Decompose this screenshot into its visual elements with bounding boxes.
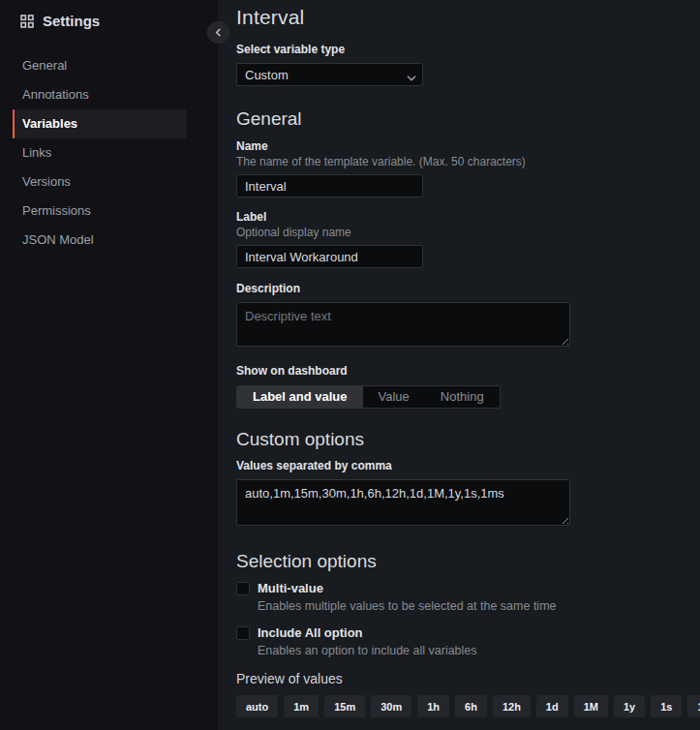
grid-icon [20, 15, 34, 28]
preview-chip[interactable]: 12h [493, 695, 531, 717]
preview-chip[interactable]: 1h [417, 695, 449, 717]
custom-options-section-title: Custom options [236, 429, 700, 450]
sidebar-item-general[interactable]: General [13, 51, 187, 80]
preview-chip[interactable]: 30m [371, 695, 411, 717]
chevron-left-icon [214, 28, 223, 37]
description-label: Description [236, 282, 700, 295]
settings-nav: General Annotations Variables Links Vers… [13, 51, 187, 255]
multi-value-checkbox[interactable] [236, 582, 250, 595]
multi-value-group: Multi-value Enables multiple values to b… [236, 581, 700, 613]
label-field-group: Label Optional display name [236, 210, 700, 268]
include-all-description: Enables an option to include all variabl… [258, 644, 700, 657]
name-input[interactable] [236, 174, 423, 198]
sidebar-item-links[interactable]: Links [13, 138, 187, 167]
sidebar-item-permissions[interactable]: Permissions [13, 197, 187, 226]
label-label: Label [236, 210, 700, 224]
selection-options-section-title: Selection options [236, 551, 700, 572]
multi-value-label[interactable]: Multi-value [258, 581, 323, 595]
preview-label: Preview of values [236, 671, 700, 686]
name-description: The name of the template variable. (Max.… [236, 155, 700, 168]
custom-values-group: Values separated by comma auto,1m,15m,30… [236, 459, 700, 526]
variable-type-group: Select variable type Custom [236, 43, 700, 86]
preview-chip[interactable]: 1d [536, 695, 568, 717]
sidebar-header: Settings [0, 0, 218, 29]
preview-chip[interactable]: auto [236, 695, 278, 717]
preview-chip[interactable]: 1ms [687, 695, 700, 717]
general-section-title: General [236, 108, 700, 130]
show-on-dashboard-radio-group: Label and value Value Nothing [236, 385, 501, 409]
radio-nothing[interactable]: Nothing [425, 386, 500, 408]
variable-editor-main: Interval Select variable type Custom Gen… [218, 0, 700, 730]
label-description: Optional display name [236, 226, 700, 239]
radio-label-and-value[interactable]: Label and value [237, 386, 363, 408]
description-textarea[interactable] [236, 302, 570, 347]
description-field-group: Description [236, 282, 700, 347]
sidebar-item-versions[interactable]: Versions [13, 167, 187, 197]
sidebar-item-variables[interactable]: Variables [13, 109, 187, 138]
preview-chip[interactable]: 15m [324, 695, 365, 717]
label-input[interactable] [236, 245, 423, 268]
sidebar-title: Settings [43, 13, 100, 29]
preview-chip[interactable]: 1y [614, 695, 645, 717]
preview-chip[interactable]: 1s [651, 695, 682, 717]
collapse-sidebar-button[interactable] [207, 21, 229, 44]
include-all-label[interactable]: Include All option [258, 625, 363, 640]
settings-sidebar: Settings General Annotations Variables L… [0, 0, 218, 730]
radio-value[interactable]: Value [363, 386, 425, 408]
include-all-group: Include All option Enables an option to … [236, 625, 700, 657]
variable-type-select[interactable]: Custom [236, 63, 423, 86]
preview-chip[interactable]: 1m [284, 695, 319, 717]
page-title: Interval [236, 6, 700, 29]
multi-value-description: Enables multiple values to be selected a… [258, 599, 700, 613]
preview-chips: auto 1m 15m 30m 1h 6h 12h 1d 1M 1y 1s 1m… [236, 695, 700, 717]
variable-type-label: Select variable type [236, 43, 700, 56]
name-label: Name [236, 139, 700, 153]
values-label: Values separated by comma [236, 459, 700, 472]
preview-group: Preview of values auto 1m 15m 30m 1h 6h … [236, 671, 700, 717]
sidebar-item-annotations[interactable]: Annotations [13, 80, 187, 109]
show-on-dashboard-label: Show on dashboard [236, 364, 700, 378]
include-all-checkbox[interactable] [236, 626, 250, 640]
name-field-group: Name The name of the template variable. … [236, 139, 700, 198]
chevron-down-icon [407, 70, 416, 87]
show-on-dashboard-group: Show on dashboard Label and value Value … [236, 364, 700, 409]
preview-chip[interactable]: 1M [574, 695, 608, 717]
sidebar-item-json-model[interactable]: JSON Model [13, 226, 187, 255]
variable-type-value: Custom [245, 68, 289, 82]
values-textarea[interactable]: auto,1m,15m,30m,1h,6h,12h,1d,1M,1y,1s,1m… [236, 479, 570, 526]
preview-chip[interactable]: 6h [455, 695, 487, 717]
